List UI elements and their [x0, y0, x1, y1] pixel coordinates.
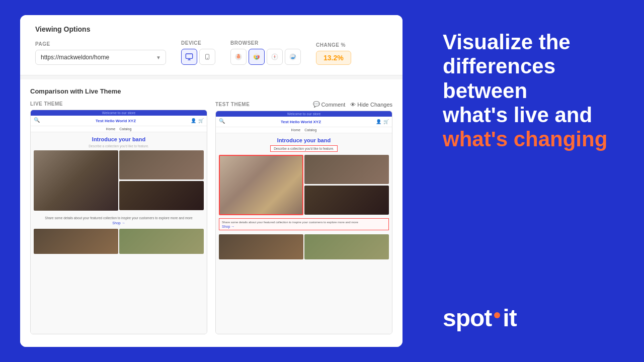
test-cart-icon: 🛒: [383, 119, 389, 124]
test-hero-subtitle-highlighted: Describe a collection you'd like to feat…: [270, 145, 338, 152]
tagline: Visualize the differences between what's…: [443, 30, 619, 151]
browser-edge-button[interactable]: [285, 49, 301, 65]
live-welcome-bar: Welcome to our store: [31, 110, 207, 116]
device-desktop-button[interactable]: [181, 49, 197, 65]
test-theme-actions: 💬 Comment 👁 Hide Changes: [313, 101, 392, 108]
comparison-title: Comparison with Live Theme: [30, 87, 392, 95]
test-store-title: Test Hello World XYZ: [281, 120, 321, 124]
browser-safari-button[interactable]: [267, 49, 283, 65]
test-browser-bar: 🔍 Test Hello World XYZ 👤 🛒: [216, 117, 392, 127]
test-person-icon: 👤: [376, 119, 381, 124]
test-theme-label-row: TEST THEME 💬 Comment 👁 Hide Changes: [215, 101, 392, 108]
hide-changes-label: Hide Changes: [357, 102, 392, 108]
change-badge: 13.2%: [316, 51, 351, 65]
test-theme-panel: TEST THEME 💬 Comment 👁 Hide Changes: [215, 101, 392, 334]
themes-container: LIVE THEME Welcome to our store 🔍 Test H…: [30, 101, 392, 334]
comparison-section: Comparison with Live Theme LIVE THEME We…: [20, 79, 403, 347]
brand-name-end: it: [503, 304, 516, 332]
live-theme-label: LIVE THEME: [30, 101, 63, 107]
live-img-guitar: [34, 229, 118, 254]
svg-rect-0: [186, 54, 192, 58]
test-shop-link: Shop →: [222, 225, 386, 228]
hide-icon: 👁: [350, 102, 356, 108]
device-label: DEVICE: [181, 40, 215, 46]
live-bottom-grid: [31, 229, 207, 254]
hide-changes-button[interactable]: 👁 Hide Changes: [350, 102, 392, 108]
test-nav: Home Catalog: [216, 127, 392, 133]
brand-name-start: spot: [443, 304, 492, 332]
live-img-venue: [119, 181, 204, 210]
browser-chrome-button[interactable]: [249, 49, 265, 65]
test-hero-title: Introduce your band: [216, 133, 392, 145]
page-select-wrapper: https://mackweldon/home ▼: [35, 50, 166, 65]
test-theme-label: TEST THEME: [215, 102, 250, 107]
live-nav-home: Home: [106, 127, 116, 131]
tagline-orange: what's changing: [443, 127, 619, 151]
device-group: [181, 49, 215, 65]
test-welcome-bar: Welcome to our store: [216, 111, 392, 117]
live-theme-label-row: LIVE THEME: [30, 101, 207, 107]
live-search-icon: 🔍: [34, 117, 41, 124]
live-mini-icons: 👤 🛒: [191, 118, 204, 123]
test-text-block-highlighted: Share some details about your featured c…: [219, 218, 389, 230]
page-select[interactable]: https://mackweldon/home: [35, 50, 166, 65]
test-img-drums: [304, 155, 389, 184]
test-mini-icons: 👤 🛒: [376, 119, 389, 124]
right-panel: Visualize the differences between what's…: [423, 0, 644, 362]
live-browser-bar: 🔍 Test Hello World XYZ 👤 🛒: [31, 116, 207, 126]
live-nav: Home Catalog: [31, 126, 207, 132]
test-img-trumpet: [219, 155, 303, 215]
comment-icon: 💬: [313, 101, 320, 108]
live-img-drums: [119, 150, 204, 179]
live-mini-browser: Welcome to our store 🔍 Test Hello World …: [31, 110, 207, 334]
svg-point-6: [237, 55, 240, 59]
live-img-singer: [34, 150, 118, 211]
live-text-content: Share some details about your featured c…: [34, 216, 204, 220]
tagline-line2: differences between: [443, 54, 619, 103]
page-label: PAGE: [35, 41, 166, 47]
live-hero-title: Introduce your band: [31, 132, 207, 144]
test-mini-browser: Welcome to our store 🔍 Test Hello World …: [216, 111, 392, 334]
change-label: CHANGE %: [316, 42, 351, 48]
tagline-line1: Visualize the: [443, 30, 619, 54]
live-shop-link: Shop →: [34, 221, 204, 225]
svg-point-4: [207, 58, 208, 59]
main-card: Viewing Options PAGE https://mackweldon/…: [20, 15, 403, 347]
live-store-title: Test Hello World XYZ: [96, 119, 136, 123]
page-option-group: PAGE https://mackweldon/home ▼: [35, 41, 166, 65]
browser-group: [230, 49, 301, 65]
left-panel: Viewing Options PAGE https://mackweldon/…: [0, 0, 423, 362]
test-text-content: Share some details about your featured c…: [222, 220, 386, 224]
brand-logo: spot it: [443, 304, 619, 332]
test-image-grid: [216, 155, 392, 215]
browser-option-group: BROWSER: [230, 40, 301, 65]
options-row: PAGE https://mackweldon/home ▼ DEVICE: [35, 40, 387, 65]
live-person-icon: 👤: [191, 118, 196, 123]
browser-label: BROWSER: [230, 40, 301, 46]
comment-button[interactable]: 💬 Comment: [313, 101, 346, 108]
live-hero-subtitle: Describe a collection you'd like to feat…: [31, 144, 207, 148]
test-theme-content: Welcome to our store 🔍 Test Hello World …: [215, 111, 392, 334]
live-image-grid: [31, 150, 207, 211]
device-option-group: DEVICE: [181, 40, 215, 65]
test-nav-home: Home: [291, 128, 301, 132]
live-nav-catalog: Catalog: [119, 127, 131, 131]
test-img-guitar: [219, 234, 303, 259]
live-img-crowd: [119, 229, 204, 254]
device-mobile-button[interactable]: [199, 49, 215, 65]
live-cart-icon: 🛒: [198, 118, 204, 123]
svg-point-17: [289, 53, 296, 60]
svg-point-10: [256, 56, 257, 57]
brand-dot-icon: [494, 312, 500, 318]
live-theme-content: Welcome to our store 🔍 Test Hello World …: [30, 110, 207, 334]
test-img-venue: [304, 186, 389, 215]
live-theme-panel: LIVE THEME Welcome to our store 🔍 Test H…: [30, 101, 207, 334]
browser-firefox-button[interactable]: [230, 49, 247, 65]
change-option-group: CHANGE % 13.2%: [316, 42, 351, 65]
tagline-line3: what's live and: [443, 103, 619, 127]
test-hero-subtitle-wrapper: Describe a collection you'd like to feat…: [216, 145, 392, 152]
test-search-icon: 🔍: [219, 118, 226, 125]
test-img-crowd: [304, 234, 389, 259]
test-bottom-grid: [216, 234, 392, 259]
live-text-block: Share some details about your featured c…: [31, 214, 207, 227]
